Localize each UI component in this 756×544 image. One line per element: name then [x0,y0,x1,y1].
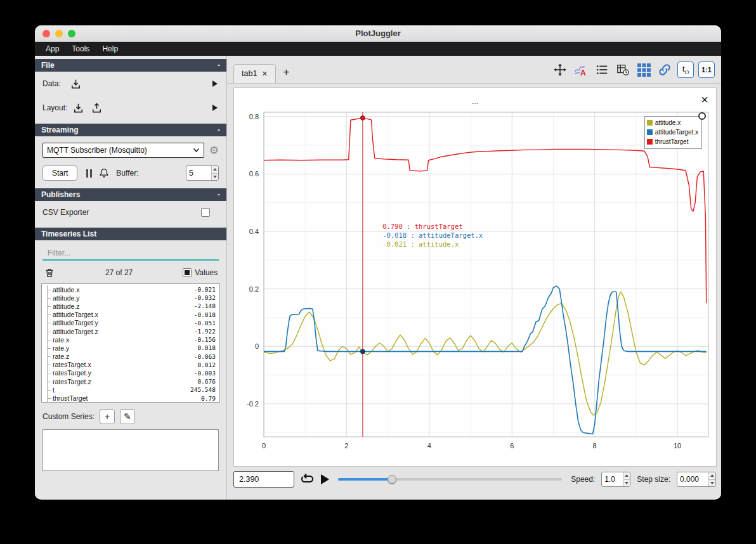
timeseries-list[interactable]: attitude.x-0.021attitude.y-0.032attitude… [41,283,220,403]
svg-text:0.790 : thrustTarget: 0.790 : thrustTarget [382,223,462,230]
notifications-bell-icon[interactable] [98,167,110,179]
add-custom-series-button[interactable]: + [100,409,115,424]
list-item[interactable]: attitudeTarget.y-0.051 [44,319,219,327]
plot-close-icon[interactable]: × [701,93,708,106]
buffer-clock-icon[interactable] [615,62,631,78]
tracker-time-box[interactable] [233,471,294,488]
list-item[interactable]: rate.x-0.156 [44,335,219,344]
series-name[interactable]: attitudeTarget.z [53,328,194,335]
step-spin-up-icon[interactable] [708,472,715,479]
speed-spin-up-icon[interactable] [624,472,630,479]
tracker-time-input[interactable] [234,472,294,487]
values-checkbox[interactable] [183,268,192,277]
pause-icon[interactable] [86,169,92,178]
load-layout-icon[interactable] [72,102,84,114]
publishers-section-header[interactable]: Publishers - [35,188,226,201]
series-name[interactable]: attitudeTarget.y [53,319,194,327]
timeseries-section-header[interactable]: Timeseries List [35,228,226,240]
loop-icon[interactable] [301,472,315,486]
tab-close-icon[interactable]: × [262,68,267,79]
slider-handle[interactable] [388,475,396,484]
timeline-slider[interactable] [338,475,562,484]
speed-value-input[interactable] [602,472,623,486]
legend-entry[interactable]: attitude.x [647,118,698,127]
filter-row [42,247,219,261]
series-name[interactable]: ratesTarget.x [53,361,197,368]
buffer-spin-up-icon[interactable] [212,166,218,173]
plot-title: ... [234,97,716,106]
step-size-spinbox[interactable] [677,472,716,487]
list-item[interactable]: ratesTarget.y-0.003 [44,369,219,377]
series-name[interactable]: attitude.z [53,302,194,310]
legend-entry[interactable]: attitudeTarget.x [647,127,698,137]
list-item[interactable]: attitudeTarget.x-0.018 [44,311,219,319]
font-size-icon[interactable]: A [573,62,589,78]
file-collapse-indicator[interactable]: - [218,61,220,70]
series-name[interactable]: ratesTarget.z [53,378,197,385]
series-name[interactable]: rate.z [53,353,194,360]
grid-layout-icon[interactable] [635,62,652,78]
legend-handle-icon[interactable] [698,112,706,120]
zoom-window-button[interactable] [68,30,75,37]
list-item[interactable]: ratesTarget.z0.676 [44,377,219,385]
list-item[interactable]: attitude.x-0.021 [44,285,219,294]
edit-custom-series-button[interactable]: ✎ [120,409,135,424]
list-item[interactable]: thrustTarget0.79 [44,394,219,402]
series-name[interactable]: ratesTarget.y [53,369,194,377]
time-offset-t0-icon[interactable]: tO [677,62,694,78]
plot-legend[interactable]: attitude.xattitudeTarget.xthrustTarget [644,116,702,149]
trash-icon[interactable] [44,267,55,278]
series-name[interactable]: attitude.x [53,286,194,294]
menu-help[interactable]: Help [96,42,124,56]
series-name[interactable]: rate.x [53,336,194,344]
data-expand-arrow-icon[interactable] [212,81,218,87]
list-item[interactable]: attitude.z-2.148 [44,302,219,310]
list-item[interactable]: rate.z-0.063 [44,353,219,361]
legend-entry[interactable]: thrustTarget [647,137,698,146]
minimize-window-button[interactable] [55,30,63,37]
list-icon[interactable] [594,62,610,78]
buffer-value-input[interactable] [186,166,211,180]
series-value: -0.063 [194,353,219,360]
series-name[interactable]: t [53,386,190,394]
speed-spin-down-icon[interactable] [624,479,630,487]
buffer-spinbox[interactable] [186,165,219,181]
streaming-collapse-indicator[interactable]: - [218,126,220,134]
streaming-section-header[interactable]: Streaming - [35,124,226,136]
step-size-value-input[interactable] [677,472,708,486]
tab-tab1[interactable]: tab1 × [233,64,276,83]
csv-exporter-checkbox[interactable] [201,208,210,217]
plot-card[interactable]: 0.80.60.40.20-0.20246810 0.790 : thrustT… [233,87,717,467]
save-layout-icon[interactable] [91,102,103,114]
close-window-button[interactable] [42,30,50,37]
list-item[interactable]: rate.y0.018 [44,344,219,352]
load-data-icon[interactable] [70,78,82,90]
buffer-spin-down-icon[interactable] [212,173,218,181]
list-item[interactable]: t245.548 [44,385,219,394]
pencil-icon: ✎ [124,411,131,422]
filter-input[interactable] [42,247,219,261]
pan-arrows-icon[interactable] [552,62,568,78]
series-name[interactable]: attitudeTarget.x [53,311,194,318]
streaming-source-select[interactable]: MQTT Subscriber (Mosquitto) [42,143,204,158]
add-tab-button[interactable]: + [280,66,294,79]
list-item[interactable]: attitudeTarget.z-1.922 [44,327,219,335]
zoom-one-to-one-icon[interactable]: 1:1 [698,62,715,78]
series-name[interactable]: thrustTarget [53,394,201,402]
values-toggle[interactable]: Values [183,268,218,277]
layout-expand-arrow-icon[interactable] [212,105,218,111]
link-axes-icon[interactable] [656,62,673,78]
streaming-settings-gear-icon[interactable]: ⚙ [209,144,219,157]
series-name[interactable]: attitude.y [53,294,194,302]
series-name[interactable]: rate.y [53,344,197,352]
speed-spinbox[interactable] [601,472,630,487]
play-button[interactable] [321,474,329,484]
start-button[interactable]: Start [42,165,77,181]
list-item[interactable]: ratesTarget.x0.012 [44,361,219,369]
menu-app[interactable]: App [40,42,65,56]
step-spin-down-icon[interactable] [708,479,715,487]
publishers-collapse-indicator[interactable]: - [218,190,220,199]
menu-tools[interactable]: Tools [66,42,95,56]
list-item[interactable]: attitude.y-0.032 [44,294,219,302]
file-section-header[interactable]: File - [35,59,226,72]
